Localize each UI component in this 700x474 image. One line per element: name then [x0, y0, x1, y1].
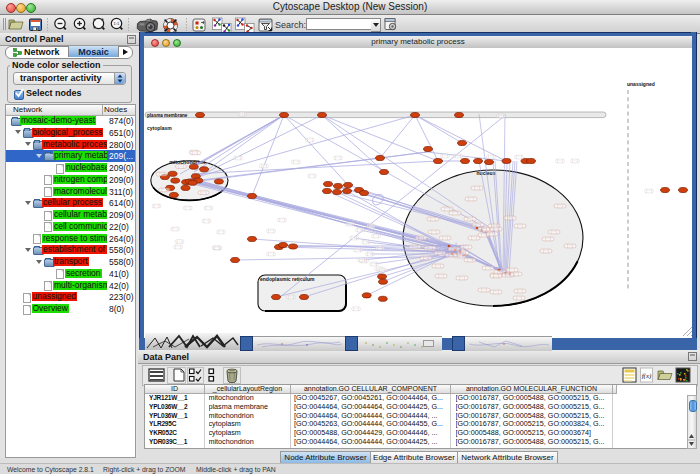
svg-text:(····): (····): [347, 222, 353, 226]
svg-text:(····): (····): [543, 249, 549, 253]
svg-text:(····): (····): [467, 258, 473, 262]
svg-text:(····): (····): [159, 172, 165, 176]
svg-text:unassigned: unassigned: [627, 81, 655, 87]
svg-text:(····): (····): [545, 237, 551, 241]
svg-text:(····): (····): [293, 160, 299, 164]
svg-text:(····): (····): [468, 197, 474, 201]
svg-text:(····): (····): [489, 232, 495, 236]
svg-text:(····): (····): [367, 252, 373, 256]
svg-text:(····): (····): [192, 151, 198, 155]
svg-text:(····): (····): [307, 138, 313, 142]
svg-text:(····): (····): [517, 289, 523, 293]
svg-text:(····): (····): [460, 251, 466, 255]
svg-text:(····): (····): [355, 248, 361, 252]
svg-text:(····): (····): [176, 240, 182, 244]
svg-text:plasma membrane: plasma membrane: [147, 113, 188, 118]
svg-text:(····): (····): [279, 218, 285, 222]
svg-text:(····): (····): [442, 154, 448, 158]
svg-text:(····): (····): [261, 164, 267, 168]
svg-text:(····): (····): [507, 216, 513, 220]
svg-text:(····): (····): [485, 266, 491, 270]
svg-text:(····): (····): [203, 219, 209, 223]
svg-text:(····): (····): [288, 295, 294, 299]
svg-text:(····): (····): [505, 273, 511, 277]
svg-text:(····): (····): [218, 230, 224, 234]
svg-text:(····): (····): [438, 274, 444, 278]
svg-text:1:1: 1:1: [114, 21, 120, 26]
svg-text:(····): (····): [268, 229, 274, 233]
svg-text:(····): (····): [335, 156, 341, 160]
svg-text:(····): (····): [463, 245, 469, 249]
svg-text:(····): (····): [448, 253, 454, 257]
svg-text:endoplasmic reticulum: endoplasmic reticulum: [260, 276, 315, 282]
svg-text:(····): (····): [467, 217, 473, 221]
svg-text:nucleus: nucleus: [477, 170, 496, 176]
svg-text:(····): (····): [379, 268, 385, 272]
svg-text:(····): (····): [471, 236, 477, 240]
svg-text:(····): (····): [646, 189, 652, 193]
svg-text:(····): (····): [442, 236, 448, 240]
svg-text:(····): (····): [455, 154, 461, 158]
svg-text:(····): (····): [516, 296, 522, 300]
svg-text:(····): (····): [493, 227, 499, 231]
svg-text:(····): (····): [452, 211, 458, 215]
svg-text:(····): (····): [418, 236, 424, 240]
svg-text:(····): (····): [516, 155, 522, 159]
svg-text:(····): (····): [353, 307, 359, 311]
svg-text:(····): (····): [239, 112, 245, 116]
svg-text:(····): (····): [377, 246, 383, 250]
svg-text:(····): (····): [557, 159, 563, 163]
svg-text:(····): (····): [423, 256, 429, 260]
svg-text:(····): (····): [517, 224, 523, 228]
svg-text:(····): (····): [185, 206, 191, 210]
svg-text:(····): (····): [567, 244, 573, 248]
svg-text:(····): (····): [172, 227, 178, 231]
svg-text:(····): (····): [373, 234, 379, 238]
svg-text:f(x): f(x): [642, 372, 652, 380]
svg-text:cytoplasm: cytoplasm: [147, 125, 172, 131]
svg-text:(····): (····): [481, 288, 487, 292]
svg-text:(····): (····): [431, 230, 437, 234]
svg-text:(····): (····): [357, 228, 363, 232]
svg-text:(····): (····): [175, 245, 181, 249]
svg-text:(····): (····): [427, 246, 433, 250]
svg-text:(····): (····): [509, 268, 515, 272]
svg-text:(····): (····): [430, 217, 436, 221]
svg-text:(····): (····): [268, 252, 274, 256]
svg-text:(····): (····): [309, 174, 315, 178]
svg-text:(····): (····): [412, 245, 418, 249]
svg-text:(····): (····): [368, 224, 374, 228]
svg-text:(····): (····): [459, 276, 465, 280]
svg-text:(····): (····): [451, 247, 457, 251]
svg-text:(····): (····): [351, 236, 357, 240]
svg-text:(····): (····): [235, 156, 241, 160]
svg-text:(····): (····): [557, 204, 563, 208]
svg-text:(····): (····): [474, 186, 480, 190]
svg-text:(····): (····): [572, 159, 578, 163]
svg-text:(····): (····): [371, 262, 377, 266]
svg-text:(····): (····): [363, 240, 369, 244]
svg-text:(····): (····): [201, 191, 207, 195]
svg-text:(····): (····): [498, 114, 504, 118]
svg-text:(····): (····): [493, 290, 499, 294]
svg-text:(····): (····): [161, 188, 167, 192]
svg-text:(····): (····): [435, 264, 441, 268]
svg-text:(····): (····): [481, 227, 487, 231]
svg-text:(····): (····): [551, 230, 557, 234]
svg-text:(····): (····): [214, 246, 220, 250]
svg-text:(····): (····): [493, 274, 499, 278]
svg-text:(····): (····): [437, 251, 443, 255]
svg-text:(····): (····): [359, 258, 365, 262]
svg-text:(····): (····): [206, 206, 212, 210]
svg-text:(····): (····): [444, 207, 450, 211]
svg-text:(····): (····): [178, 165, 184, 169]
svg-text:(····): (····): [154, 204, 160, 208]
svg-text:(····): (····): [488, 155, 494, 159]
